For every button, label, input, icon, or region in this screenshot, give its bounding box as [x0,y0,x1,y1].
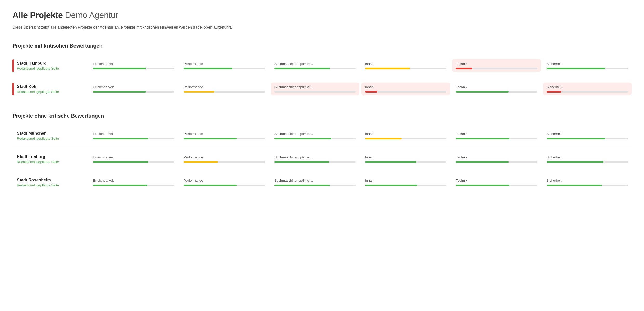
metric-track-muenchen-0 [93,138,174,139]
metric-fill-freiburg-1 [184,161,218,163]
metric-label-koeln-4: Technik [456,85,537,89]
metric-track-hamburg-2 [274,68,356,69]
metric-card-koeln-1: Performance [180,83,269,95]
project-row-muenchen[interactable]: Stadt MünchenRedaktionell gepflegte Seit… [12,124,632,147]
metric-label-hamburg-4: Technik [456,62,537,66]
page-description: Diese Übersicht zeigt alle angelegten Pr… [12,24,246,30]
metric-label-freiburg-4: Technik [456,155,537,159]
project-row-rosenheim[interactable]: Stadt RosenheimRedaktionell gepflegte Se… [12,171,632,194]
metric-track-rosenheim-5 [547,185,628,186]
metric-fill-rosenheim-2 [274,185,330,186]
metric-track-koeln-2 [274,91,356,93]
metric-track-muenchen-4 [456,138,537,139]
metric-fill-hamburg-1 [184,68,232,69]
metric-label-koeln-0: Erreichbarkeit [93,85,174,89]
metric-fill-hamburg-0 [93,68,146,69]
metric-label-freiburg-2: Suchmaschinenoptimier... [274,155,356,159]
metric-label-koeln-5: Sicherheit [547,85,628,89]
metric-card-koeln-5: Sicherheit [543,83,632,95]
section-title-critical: Projekte mit kritischen Bewertungen [12,43,632,49]
metric-track-freiburg-4 [456,161,537,163]
metric-card-freiburg-5: Sicherheit [543,153,632,165]
project-type-rosenheim: Redaktionell gepflegte Seite [17,183,59,187]
metric-track-muenchen-1 [184,138,265,139]
metric-card-rosenheim-2: Suchmaschinenoptimier... [271,176,359,189]
metric-fill-muenchen-4 [456,138,509,139]
metric-fill-freiburg-5 [547,161,603,163]
metric-track-rosenheim-2 [274,185,356,186]
project-indicator-koeln [12,83,14,95]
metric-label-freiburg-0: Erreichbarkeit [93,155,174,159]
metric-label-rosenheim-0: Erreichbarkeit [93,179,174,182]
metric-card-rosenheim-4: Technik [452,176,541,189]
metric-card-freiburg-4: Technik [452,153,541,165]
project-type-koeln: Redaktionell gepflegte Seite [17,90,59,94]
metric-fill-koeln-0 [93,91,146,93]
metric-label-koeln-3: Inhalt [365,85,446,89]
metric-card-freiburg-1: Performance [180,153,269,165]
project-type-freiburg: Redaktionell gepflegte Seite [17,160,59,164]
metric-track-koeln-3 [365,91,446,93]
metric-fill-rosenheim-3 [365,185,417,186]
project-indicator-hamburg [12,59,14,72]
metric-track-rosenheim-0 [93,185,174,186]
metric-track-rosenheim-3 [365,185,446,186]
metric-label-rosenheim-3: Inhalt [365,179,446,182]
metric-track-koeln-4 [456,91,537,93]
metric-track-freiburg-0 [93,161,174,163]
metric-card-hamburg-5: Sicherheit [543,59,632,72]
metric-card-rosenheim-3: Inhalt [361,176,450,189]
metric-label-muenchen-4: Technik [456,132,537,136]
project-name-muenchen: Stadt München [17,131,59,136]
project-name-koeln: Stadt Köln [17,84,59,89]
project-info-muenchen: Stadt MünchenRedaktionell gepflegte Seit… [12,130,85,142]
metric-fill-koeln-4 [456,91,509,93]
metric-label-hamburg-3: Inhalt [365,62,446,66]
metric-track-muenchen-3 [365,138,446,139]
project-info-rosenheim: Stadt RosenheimRedaktionell gepflegte Se… [12,176,85,189]
metrics-koeln: ErreichbarkeitPerformanceSuchmaschinenop… [89,83,632,95]
metric-label-muenchen-5: Sicherheit [547,132,628,136]
metric-track-koeln-5 [547,91,628,93]
metric-label-rosenheim-4: Technik [456,179,537,182]
metric-fill-rosenheim-4 [456,185,509,186]
metric-card-koeln-0: Erreichbarkeit [89,83,178,95]
metric-label-koeln-2: Suchmaschinenoptimier... [274,85,356,89]
metric-card-freiburg-0: Erreichbarkeit [89,153,178,165]
project-info-freiburg: Stadt FreiburgRedaktionell gepflegte Sei… [12,153,85,165]
section-no-critical: Projekte ohne kritische BewertungenStadt… [12,113,632,194]
project-row-freiburg[interactable]: Stadt FreiburgRedaktionell gepflegte Sei… [12,147,632,171]
metric-card-rosenheim-5: Sicherheit [543,176,632,189]
metrics-rosenheim: ErreichbarkeitPerformanceSuchmaschinenop… [89,176,632,189]
metric-track-hamburg-4 [456,68,537,69]
metric-label-rosenheim-1: Performance [184,179,265,182]
metric-fill-koeln-5 [547,91,561,93]
metric-fill-koeln-3 [365,91,377,93]
metric-fill-koeln-1 [184,91,214,93]
page-title: Alle Projekte Demo Agentur [12,10,632,20]
metrics-muenchen: ErreichbarkeitPerformanceSuchmaschinenop… [89,129,632,142]
metric-card-muenchen-3: Inhalt [361,129,450,142]
metric-fill-hamburg-3 [365,68,410,69]
metric-card-muenchen-4: Technik [452,129,541,142]
metric-fill-freiburg-3 [365,161,416,163]
metric-card-muenchen-2: Suchmaschinenoptimier... [271,129,359,142]
metric-label-hamburg-1: Performance [184,62,265,66]
metric-card-muenchen-5: Sicherheit [543,129,632,142]
project-row-hamburg[interactable]: Stadt HamburgRedaktionell gepflegte Seit… [12,54,632,77]
metric-label-muenchen-1: Performance [184,132,265,136]
metric-track-muenchen-5 [547,138,628,139]
metric-track-freiburg-3 [365,161,446,163]
metric-fill-freiburg-4 [456,161,509,163]
metric-label-hamburg-5: Sicherheit [547,62,628,66]
metric-fill-hamburg-2 [274,68,330,69]
metric-track-hamburg-5 [547,68,628,69]
metric-card-hamburg-2: Suchmaschinenoptimier... [271,59,359,72]
metric-fill-freiburg-2 [274,161,329,163]
project-name-freiburg: Stadt Freiburg [17,154,59,159]
metric-track-freiburg-1 [184,161,265,163]
project-row-koeln[interactable]: Stadt KölnRedaktionell gepflegte SeiteEr… [12,77,632,100]
project-indicator-freiburg [12,153,14,165]
metric-fill-hamburg-4 [456,68,472,69]
metric-track-freiburg-2 [274,161,356,163]
